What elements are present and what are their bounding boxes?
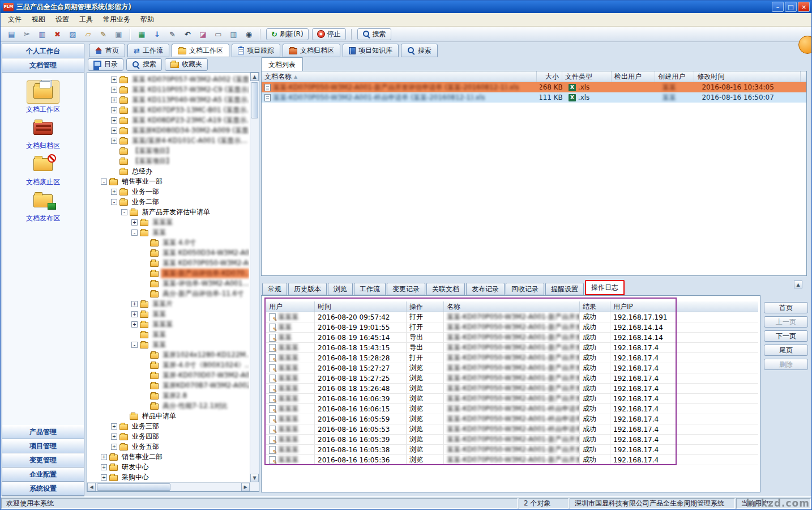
tree-node[interactable]: 某某-新产品评估单-KD070… [87, 268, 249, 278]
tree-node[interactable]: +业务四部 [87, 431, 249, 441]
tree-node[interactable]: +研发中心 [87, 462, 249, 472]
tree-node[interactable]: 高分-性能7-12.1对比 [87, 401, 249, 411]
tree-node[interactable]: +某某 KD110P057-W3M2-C9 (某显示屏… [87, 84, 249, 95]
toolbar-delete-button[interactable]: ✖ [50, 28, 65, 40]
tab-doc-list[interactable]: 文档列表 [261, 57, 303, 71]
tree-node[interactable]: +某某片 [87, 299, 249, 309]
last-page-button[interactable]: 尾页 [764, 345, 808, 356]
log-column-header-3[interactable]: 操作 [407, 301, 444, 312]
tree-node[interactable]: +某某 KD113P040-W3M2-A5 (某显示… [87, 95, 249, 105]
tree-node[interactable]: -某某 [87, 227, 249, 237]
tree-node[interactable]: 【某某项目】 [87, 156, 249, 166]
expand-icon[interactable]: + [111, 76, 117, 83]
detail-tab-operation-log[interactable]: 操作日志 [585, 280, 625, 295]
tree-horizontal-scrollbar[interactable]: ◀ ▶ [87, 482, 250, 491]
tab-doc-archive[interactable]: 文档归档区 [283, 44, 340, 57]
menu-item-4[interactable]: 工具 [74, 13, 98, 26]
tree-node[interactable]: 总经办 [87, 166, 249, 176]
toolbar-edit-doc-button[interactable]: ✎ [165, 28, 180, 40]
log-column-header-6[interactable]: 用户IP [610, 301, 676, 312]
doc-column-header-4[interactable]: 检出用户 [612, 71, 655, 82]
tree-node[interactable]: 某某 KD070P050-W3M2-A0… [87, 258, 249, 268]
minimize-button[interactable]: – [772, 2, 784, 12]
detail-tab-workflow[interactable]: 工作流 [354, 283, 386, 295]
expand-icon[interactable]: + [111, 138, 117, 144]
collapse-icon[interactable]: - [131, 342, 138, 348]
toolbar-download-button[interactable]: ↓ [150, 28, 164, 40]
tree-node[interactable]: 某某 [87, 329, 249, 339]
detail-tab-recycle-records[interactable]: 回收记录 [506, 283, 544, 295]
collapse-icon[interactable]: - [111, 199, 117, 205]
tree-node[interactable]: +业务三部 [87, 421, 249, 431]
tree-node[interactable]: 样品申请单 [87, 411, 249, 421]
panel-scroll-up-icon[interactable]: ▲ [794, 280, 802, 288]
toolbar-checkin-doc-button[interactable]: ▦ [135, 28, 149, 40]
doc-column-header-3[interactable]: 文件类型 [562, 71, 612, 82]
doc-list-row[interactable]: 某某-KD070P050-W3M2-A001-新产品开发评估申请单 (某某-20… [262, 82, 806, 92]
assistant-ball-icon[interactable] [798, 36, 812, 54]
expand-icon[interactable]: + [111, 189, 117, 195]
detail-tab-general[interactable]: 常规 [262, 283, 287, 295]
next-page-button[interactable]: 下一页 [764, 330, 808, 342]
menu-item-2[interactable]: 视图 [27, 13, 50, 26]
delete-button[interactable]: 删除 [764, 359, 808, 370]
tree-node[interactable]: 某某 KD050D34-W3M2-A0… [87, 248, 249, 258]
tab-doc-workspace[interactable]: 文档工作区 [172, 44, 229, 57]
toolbar-open-folder-button[interactable]: ▱ [81, 28, 95, 40]
tree-vertical-scrollbar[interactable]: ▲ ▼ [250, 73, 259, 482]
tree-node[interactable]: +采购中心 [87, 472, 249, 482]
log-row[interactable]: 某某某2016-08-16 16:05:39浏览某某-KD070P050-W3M… [266, 435, 758, 445]
tree-node[interactable]: +销售事业二部 [87, 452, 249, 462]
scroll-up-icon[interactable]: ▲ [250, 73, 259, 81]
toolbar-preview-button[interactable]: ◉ [242, 28, 256, 40]
tab-home[interactable]: 首页 [89, 44, 125, 57]
tree-node[interactable]: +某某 KD08DP23-23MC-A19 (某显示… [87, 115, 249, 125]
toolbar-new-doc-button[interactable]: ▤ [5, 28, 19, 40]
sidebar-item-doc-void[interactable]: 文档废止区 [2, 153, 84, 187]
log-row[interactable]: 某某某2016-08-16 16:05:59浏览某某-KD070P050-W3M… [266, 414, 758, 424]
expand-icon[interactable]: + [131, 311, 138, 317]
tree-toolbar-favorites-button[interactable]: 收藏夹 [165, 58, 208, 71]
tab-search[interactable]: 搜索 [401, 44, 438, 57]
tree-node[interactable]: +某某 KD070P057-W3M2-A002 (某显示… [87, 74, 249, 84]
log-row[interactable]: 某某某2016-08-16 16:05:38浏览某某-KD070P050-W3M… [266, 445, 758, 455]
log-column-header-4[interactable]: 名称 [444, 301, 580, 312]
tree-node[interactable]: +某某 [87, 309, 249, 319]
log-row[interactable]: 某某某2016-08-18 15:27:25浏览某某-KD070P050-W3M… [266, 373, 758, 384]
log-row[interactable]: 某某某2016-08-18 15:27:27浏览某某-KD070P050-W3M… [266, 363, 758, 373]
detail-tab-history-versions[interactable]: 历史版本 [288, 283, 327, 295]
tree-toolbar-search-button[interactable]: 搜索 [126, 58, 162, 71]
expand-icon[interactable]: + [111, 107, 117, 113]
toolbar-find-button[interactable]: ▨ [66, 28, 80, 40]
toolbar-search-button[interactable]: 搜索 [357, 28, 391, 40]
expand-icon[interactable]: + [131, 219, 138, 226]
first-page-button[interactable]: 首页 [764, 302, 808, 313]
log-row[interactable]: 某某某2016-08-16 16:05:53浏览某某-KD070P050-W3M… [266, 424, 758, 435]
tree-node[interactable]: 某屏-KD070D07-W3M2-A0… [87, 370, 249, 380]
detail-tab-publish-records[interactable]: 发布记录 [466, 283, 505, 295]
close-button[interactable]: × [798, 2, 810, 12]
tab-project-knowledge[interactable]: 项目知识库 [343, 44, 399, 57]
sidebar-header-project-management[interactable]: 项目管理 [2, 439, 84, 453]
tree-node[interactable]: 某屏1024x1280-KD122M… [87, 350, 249, 360]
sidebar-header-system-settings[interactable]: 系统设置 [2, 482, 84, 496]
log-column-header-5[interactable]: 结果 [580, 301, 610, 312]
tree-node[interactable]: 某某 4.0寸 [87, 237, 249, 248]
tab-workflow[interactable]: ⇄工作流 [127, 44, 169, 57]
sidebar-item-doc-workspace[interactable]: 文档工作区 [2, 80, 84, 114]
detail-tab-related-docs[interactable]: 关联文档 [426, 283, 465, 295]
menu-item-6[interactable]: 帮助 [135, 13, 159, 26]
tree-node[interactable]: 【某某项目】 [87, 146, 249, 156]
detail-tab-browse[interactable]: 浏览 [328, 283, 353, 295]
scrollbar-thumb[interactable] [97, 483, 170, 491]
prev-page-button[interactable]: 上一页 [764, 316, 808, 328]
doc-column-header-6[interactable]: 修改时间 [694, 71, 801, 82]
scroll-left-icon[interactable]: ◀ [87, 483, 96, 491]
log-row[interactable]: 某某某2016-08-18 15:28:28打开某某-KD070P050-W3M… [266, 353, 758, 363]
sidebar-header-personal-workspace[interactable]: 个人工作台 [2, 44, 84, 58]
tree-node[interactable]: 某屏KD070B7-W3M2-A002… [87, 380, 249, 390]
log-column-header-2[interactable]: 时间 [315, 301, 407, 312]
tree-node[interactable]: -业务二部 [87, 197, 249, 207]
doc-column-header-5[interactable]: 创建用户 [655, 71, 694, 82]
expand-icon[interactable]: + [101, 464, 107, 470]
